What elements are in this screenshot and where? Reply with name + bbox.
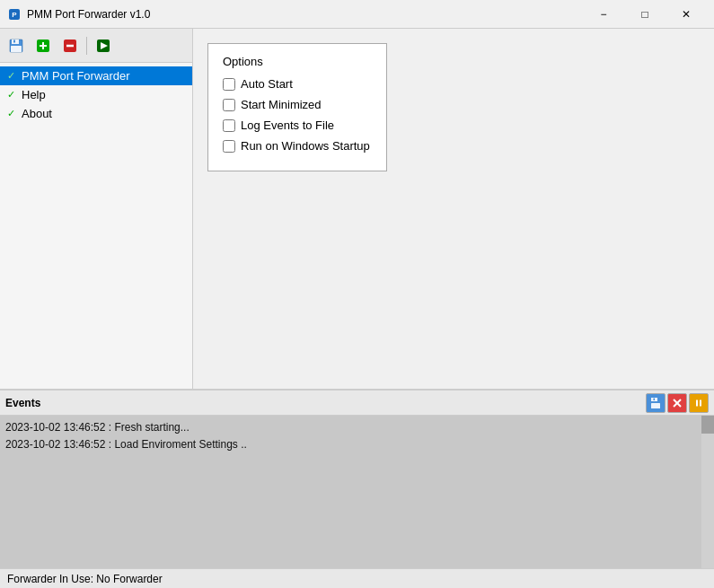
nav-check-pmm: ✓ bbox=[7, 70, 18, 82]
content-area: ✓ PMM Port Forwarder ✓ Help ✓ About Opti… bbox=[0, 29, 714, 389]
nav-item-help[interactable]: ✓ Help bbox=[0, 85, 192, 104]
svg-rect-16 bbox=[651, 403, 660, 408]
nav-item-pmm[interactable]: ✓ PMM Port Forwarder bbox=[0, 66, 192, 85]
start-minimized-checkbox[interactable] bbox=[223, 99, 235, 111]
svg-rect-22 bbox=[700, 399, 701, 406]
svg-rect-20 bbox=[693, 398, 704, 408]
option-start-minimized: Start Minimized bbox=[223, 98, 372, 111]
window-title: PMM Port Forwarder v1.0 bbox=[27, 8, 583, 21]
events-header: Events bbox=[0, 391, 714, 416]
close-button[interactable]: ✕ bbox=[666, 0, 707, 29]
scrollbar-thumb[interactable] bbox=[701, 416, 714, 434]
options-box: Options Auto Start Start Minimized Log E… bbox=[207, 43, 387, 171]
event-line-2: 2023-10-02 13:46:52 : Load Enviroment Se… bbox=[5, 436, 709, 453]
status-text: Forwarder In Use: No Forwarder bbox=[7, 573, 163, 585]
events-title: Events bbox=[5, 397, 40, 409]
nav-label-help: Help bbox=[22, 88, 46, 101]
left-panel: ✓ PMM Port Forwarder ✓ Help ✓ About bbox=[0, 29, 193, 389]
nav-item-about[interactable]: ✓ About bbox=[0, 104, 192, 123]
event-line-1: 2023-10-02 13:46:52 : Fresh starting... bbox=[5, 419, 709, 436]
events-save-button[interactable] bbox=[646, 393, 666, 413]
svg-rect-21 bbox=[696, 399, 698, 406]
auto-start-label[interactable]: Auto Start bbox=[241, 77, 293, 91]
option-auto-start: Auto Start bbox=[223, 77, 372, 91]
nav-label-about: About bbox=[22, 107, 52, 120]
start-minimized-label[interactable]: Start Minimized bbox=[241, 98, 322, 111]
svg-text:P: P bbox=[12, 11, 17, 19]
nav-label-pmm: PMM Port Forwarder bbox=[22, 69, 130, 83]
save-button[interactable] bbox=[4, 33, 29, 58]
main-content: ✓ PMM Port Forwarder ✓ Help ✓ About Opti… bbox=[0, 29, 714, 588]
events-pause-button[interactable] bbox=[689, 393, 709, 413]
run-on-startup-checkbox[interactable] bbox=[223, 140, 235, 153]
option-log-events: Log Events to File bbox=[223, 118, 372, 132]
events-toolbar bbox=[646, 393, 709, 413]
log-events-checkbox[interactable] bbox=[223, 119, 235, 132]
log-events-label[interactable]: Log Events to File bbox=[241, 118, 334, 132]
events-clear-button[interactable] bbox=[667, 393, 687, 413]
options-title: Options bbox=[223, 55, 372, 68]
events-content: 2023-10-02 13:46:52 : Fresh starting... … bbox=[0, 416, 714, 568]
nav-check-help: ✓ bbox=[7, 89, 18, 101]
toolbar-separator bbox=[86, 37, 87, 55]
nav-check-about: ✓ bbox=[7, 108, 18, 119]
remove-button[interactable] bbox=[57, 33, 83, 58]
svg-rect-4 bbox=[13, 39, 15, 42]
right-panel: Options Auto Start Start Minimized Log E… bbox=[193, 29, 714, 389]
window-controls: − □ ✕ bbox=[583, 0, 707, 29]
option-run-startup: Run on Windows Startup bbox=[223, 139, 372, 153]
events-scrollbar[interactable] bbox=[701, 416, 714, 568]
events-panel: Events bbox=[0, 389, 714, 568]
maximize-button[interactable]: □ bbox=[624, 0, 666, 29]
left-toolbar bbox=[0, 29, 192, 63]
run-button[interactable] bbox=[91, 33, 116, 58]
title-bar: P PMM Port Forwarder v1.0 − □ ✕ bbox=[0, 0, 714, 29]
auto-start-checkbox[interactable] bbox=[223, 78, 235, 91]
minimize-button[interactable]: − bbox=[583, 0, 624, 29]
status-bar: Forwarder In Use: No Forwarder bbox=[0, 568, 714, 588]
run-on-startup-label[interactable]: Run on Windows Startup bbox=[241, 139, 370, 153]
svg-rect-5 bbox=[11, 46, 22, 52]
add-button[interactable] bbox=[31, 33, 56, 58]
nav-list: ✓ PMM Port Forwarder ✓ Help ✓ About bbox=[0, 63, 192, 389]
svg-rect-15 bbox=[654, 398, 656, 400]
app-icon: P bbox=[7, 7, 22, 22]
